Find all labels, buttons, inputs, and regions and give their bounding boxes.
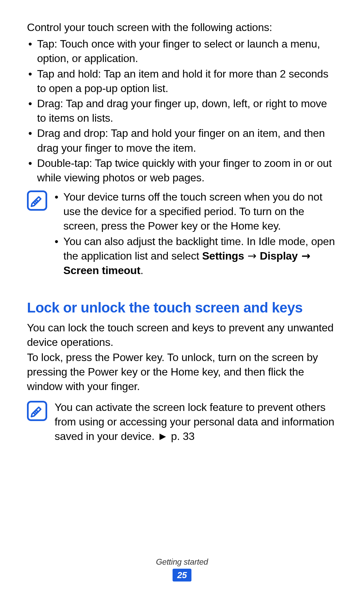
note-icon [27,190,47,211]
period: . [140,264,143,276]
note-block: You can activate the screen lock feature… [27,400,337,444]
list-item: Tap: Touch once with your finger to sele… [37,37,337,66]
paragraph: You can lock the touch screen and keys t… [27,321,337,350]
note-block: Your device turns off the touch screen w… [27,190,337,278]
note-list: Your device turns off the touch screen w… [55,190,337,278]
note-text: You can activate the screen lock feature… [55,400,337,444]
arrow-icon: → [244,249,260,262]
page-number-badge: 25 [173,569,192,581]
page-ref: p. 33 [168,430,195,442]
svg-line-5 [36,410,38,412]
svg-line-2 [36,200,38,202]
settings-label: Settings [202,250,244,262]
touch-actions-list: Tap: Touch once with your finger to sele… [27,37,337,185]
list-item: Drag and drop: Tap and hold your finger … [37,126,337,155]
arrow-icon: → [298,249,310,262]
footer-section-name: Getting started [0,557,364,567]
page-footer: Getting started 25 [0,557,364,581]
intro-text: Control your touch screen with the follo… [27,20,337,35]
page-ref-marker-icon: ► [157,429,168,444]
list-item: Double-tap: Tap twice quickly with your … [37,156,337,185]
paragraph: To lock, press the Power key. To unlock,… [27,350,337,394]
list-item: Your device turns off the touch screen w… [63,190,337,234]
list-item: Tap and hold: Tap an item and hold it fo… [37,67,337,96]
list-item: You can also adjust the backlight time. … [63,234,337,278]
screen-timeout-label: Screen timeout [63,264,140,276]
section-heading: Lock or unlock the touch screen and keys [27,299,337,316]
note-icon [27,401,47,421]
list-item: Drag: Tap and drag your finger up, down,… [37,96,337,125]
svg-line-3 [33,413,35,415]
svg-line-0 [33,202,35,204]
svg-line-4 [35,411,37,413]
document-page: Control your touch screen with the follo… [0,0,364,444]
svg-line-1 [35,201,37,203]
display-label: Display [260,250,298,262]
